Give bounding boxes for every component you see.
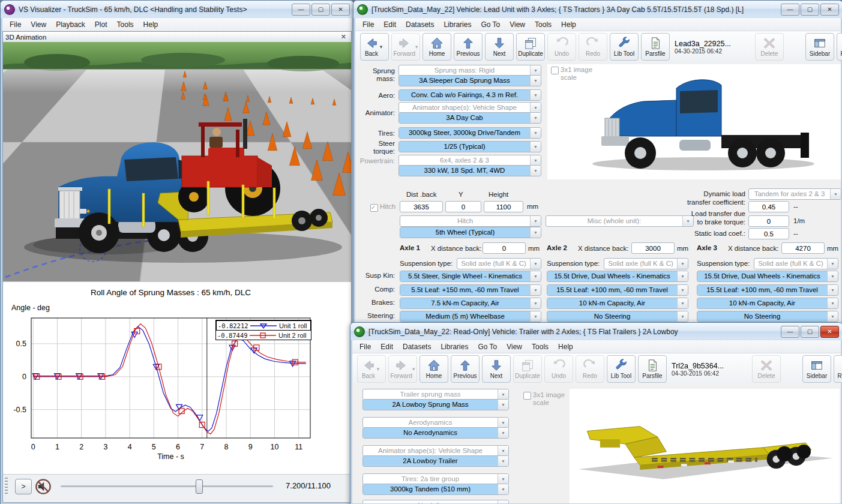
axle2-xdist-input[interactable] <box>631 242 675 254</box>
close-panel-icon[interactable] <box>338 33 349 41</box>
previous-button[interactable]: Previous <box>451 355 480 383</box>
close-button[interactable]: ✕ <box>820 326 839 338</box>
home-button[interactable]: Home <box>419 355 448 383</box>
duplicate-button[interactable]: Duplicate <box>516 33 545 61</box>
menu-goto[interactable]: Go To <box>473 341 502 352</box>
hitch-y-input[interactable] <box>445 201 481 212</box>
next-button[interactable]: Next <box>482 355 511 383</box>
aerodynamics-combo[interactable]: No Aerodynamics <box>362 427 509 439</box>
aero-combo[interactable]: Conv. Cab w/o Fairings, 4.3 m Ref. <box>398 89 541 101</box>
lib-tool-button[interactable]: Lib Tool <box>610 33 639 61</box>
redo-button[interactable]: Redo <box>576 355 604 383</box>
timeline-thumb[interactable] <box>196 479 203 494</box>
menu-help[interactable]: Help <box>556 19 581 30</box>
minimize-button[interactable]: — <box>781 326 799 338</box>
animation-3d-view[interactable] <box>3 42 351 281</box>
image-scale-checkbox[interactable] <box>523 392 531 400</box>
back-button[interactable]: Back <box>360 33 389 61</box>
hitch-distback-input[interactable] <box>400 201 443 212</box>
dolly-category-combo[interactable]: No dolly <box>362 500 509 503</box>
tractor-titlebar[interactable]: [TruckSim_Data_May_22] Vehicle: Lead Uni… <box>353 1 842 18</box>
undo-button[interactable]: Undo <box>544 355 573 383</box>
hitch-checkbox[interactable] <box>370 204 378 212</box>
visualizer-titlebar[interactable]: VS Visualizer - TruckSim - 65 km/h, DLC … <box>1 1 353 18</box>
axle3-steering-combo[interactable]: No Steering <box>697 311 838 322</box>
menu-tools[interactable]: Tools <box>530 19 556 30</box>
menu-file[interactable]: File <box>358 19 379 30</box>
hitch-combo[interactable]: 5th Wheel (Typical) <box>400 227 541 238</box>
timeline-slider[interactable] <box>61 485 273 487</box>
menu-libraries[interactable]: Libraries <box>439 19 476 30</box>
axle3-susp-kin-combo[interactable]: 15.5t Drive, Dual Wheels - Kinematics <box>697 271 838 282</box>
axle2-susp-kin-combo[interactable]: 15.5t Drive, Dual Wheels - Kinematics <box>547 271 688 282</box>
menu-tools[interactable]: Tools <box>112 19 139 30</box>
toolbar-grip[interactable] <box>5 478 8 494</box>
animator-combo[interactable]: 2A Lowboy Trailer <box>362 455 509 467</box>
menu-file[interactable]: File <box>355 341 376 352</box>
play-button[interactable] <box>15 479 32 494</box>
menu-tools[interactable]: Tools <box>527 341 553 352</box>
axle1-comp-combo[interactable]: 5.5t Leaf: +150 mm, -60 mm Travel <box>400 284 541 296</box>
menu-plot[interactable]: Plot <box>90 19 112 30</box>
menu-file[interactable]: File <box>5 19 26 30</box>
axle2-steering-combo[interactable]: No Steering <box>547 311 688 322</box>
lib-tool-button[interactable]: Lib Tool <box>607 355 636 383</box>
tires-combo[interactable]: 3000kg Tandem (510 mm) <box>362 484 509 495</box>
minimize-button[interactable]: — <box>781 4 799 16</box>
tires-combo[interactable]: 3000kg Steer, 3000kg Drive/Tandem <box>398 127 541 139</box>
menu-help[interactable]: Help <box>553 341 578 352</box>
brake-transfer-input[interactable] <box>748 215 789 227</box>
sprung-mass-combo[interactable]: 3A Sleeper Cab Sprung Mass <box>398 75 541 86</box>
axle2-suspension-type-combo[interactable]: Solid axle (full K & C) <box>604 258 688 269</box>
previous-button[interactable]: Previous <box>454 33 483 61</box>
axle1-xdist-input[interactable] <box>483 242 526 254</box>
delete-button[interactable]: Delete <box>752 355 781 383</box>
maximize-button[interactable]: ▢ <box>311 4 330 16</box>
menu-goto[interactable]: Go To <box>476 19 505 30</box>
axle1-suspension-type-combo[interactable]: Solid axle (full K & C) <box>457 258 541 269</box>
undo-button[interactable]: Undo <box>547 33 576 61</box>
menu-libraries[interactable]: Libraries <box>436 341 473 352</box>
mute-icon[interactable] <box>35 478 52 495</box>
home-button[interactable]: Home <box>423 33 451 61</box>
parsfile-button[interactable]: Parsfile <box>638 355 667 383</box>
axle3-brakes-combo[interactable]: 10 kN-m Capacity, Air <box>697 298 838 309</box>
axle3-suspension-type-combo[interactable]: Solid axle (full K & C) <box>754 258 838 269</box>
axle2-comp-combo[interactable]: 15.5t Leaf: +100 mm, -60 mm Travel <box>547 284 688 296</box>
close-button[interactable]: ✕ <box>820 4 839 16</box>
maximize-button[interactable]: ▢ <box>801 326 819 338</box>
animator-combo[interactable]: 3A Day Cab <box>398 112 541 124</box>
powertrain-combo[interactable]: 330 kW, 18 Spd. MT, 4WD <box>398 165 541 176</box>
next-button[interactable]: Next <box>485 33 514 61</box>
axle3-xdist-input[interactable] <box>781 242 825 254</box>
menu-help[interactable]: Help <box>139 19 163 30</box>
dynamic-load-combo[interactable]: Tandem for axles 2 & 3 <box>748 188 841 200</box>
duplicate-button[interactable]: Duplicate <box>513 355 542 383</box>
forward-button[interactable]: Forward <box>391 33 420 61</box>
parsfile-button[interactable]: Parsfile <box>641 33 670 61</box>
refresh-button[interactable]: Refresh <box>837 33 842 61</box>
axle3-comp-combo[interactable]: 15.5t Leaf: +100 mm, -60 mm Travel <box>697 284 838 296</box>
menu-edit[interactable]: Edit <box>379 19 401 30</box>
trailer-titlebar[interactable]: [TruckSim_Data_May_22: Read-Only] Vehicl… <box>350 323 842 340</box>
axle1-susp-kin-combo[interactable]: 5.5t Steer, Single Wheel - Kinematics <box>400 271 541 282</box>
axle1-steering-combo[interactable]: Medium (5 m) Wheelbase <box>400 311 541 322</box>
redo-button[interactable]: Redo <box>579 33 607 61</box>
image-scale-checkbox[interactable] <box>551 67 559 74</box>
menu-playback[interactable]: Playback <box>51 19 90 30</box>
menu-view[interactable]: View <box>502 341 527 352</box>
menu-datasets[interactable]: Datasets <box>401 19 439 30</box>
menu-datasets[interactable]: Datasets <box>398 341 436 352</box>
static-load-input[interactable] <box>748 228 789 239</box>
forward-button[interactable]: Forward <box>388 355 417 383</box>
menu-edit[interactable]: Edit <box>376 341 398 352</box>
minimize-button[interactable]: — <box>292 4 310 16</box>
close-button[interactable]: ✕ <box>331 4 350 16</box>
steer-torque-combo[interactable]: 1/25 (Typical) <box>398 141 541 152</box>
menu-view[interactable]: View <box>505 19 530 30</box>
dynamic-load-input[interactable] <box>748 201 789 212</box>
sidebar-button[interactable]: Sidebar <box>805 33 834 61</box>
sidebar-button[interactable]: Sidebar <box>802 355 831 383</box>
delete-button[interactable]: Delete <box>755 33 784 61</box>
axle2-brakes-combo[interactable]: 10 kN-m Capacity, Air <box>547 298 688 309</box>
